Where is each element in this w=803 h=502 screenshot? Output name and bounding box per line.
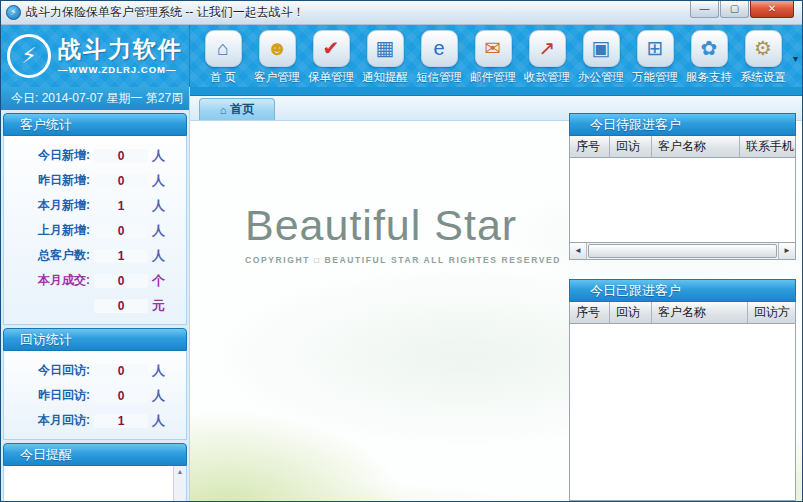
- flower-ball-icon: ✿: [691, 30, 728, 67]
- sidebar: 今日: 2014-07-07 星期一 第27周 客户统计 今日新增:0人昨日新增…: [1, 87, 190, 501]
- tab-home[interactable]: ⌂ 首页: [199, 98, 275, 120]
- toolbar-item-label: 首 页: [196, 70, 250, 85]
- brand-logo: ⚡ 战斗力软件 —WWW.ZDLRJ.COM—: [1, 25, 190, 87]
- pending-hscrollbar: ◄ ►: [569, 243, 796, 260]
- scroll-thumb[interactable]: [588, 244, 777, 258]
- reminder-scrollbar[interactable]: ▲: [173, 466, 186, 501]
- minimize-button[interactable]: —: [690, 1, 719, 18]
- close-button[interactable]: ✕: [750, 1, 794, 18]
- toolbar-overflow-caret-icon[interactable]: ▾: [793, 53, 798, 64]
- stat-value: 1: [94, 414, 148, 428]
- toolbar-item-label: 服务支持: [682, 70, 736, 85]
- header-divider: [190, 87, 802, 96]
- monitor-icon: ▣: [583, 30, 620, 67]
- stat-row: 本月回访:1人: [4, 408, 186, 433]
- toolbar-item-home[interactable]: ⌂首 页: [196, 30, 250, 85]
- stat-unit: 人: [152, 147, 186, 165]
- stat-row: 昨日回访:0人: [4, 383, 186, 408]
- brand-website: —WWW.ZDLRJ.COM—: [58, 64, 183, 75]
- stat-unit: 人: [152, 362, 186, 380]
- stat-value: 0: [94, 224, 148, 238]
- stat-label: 昨日回访:: [4, 387, 90, 404]
- stat-value: 1: [94, 249, 148, 263]
- titlebar: ⚡ 战斗力保险保单客户管理系统 -- 让我们一起去战斗！ — ▢ ✕: [1, 1, 802, 25]
- toolbar-item-policies[interactable]: ✔保单管理: [304, 30, 358, 85]
- stat-value: 0: [94, 174, 148, 188]
- toolbar-item-notifications[interactable]: ▦通知提醒: [358, 30, 412, 85]
- column-header[interactable]: 客户名称: [652, 136, 740, 157]
- right-panels: 今日待跟进客户 序号回访客户名称联系手机 ◄ ► 今日已跟进客户 序号回访客户名…: [569, 113, 796, 501]
- stat-label: 本月成交:: [4, 272, 90, 289]
- stat-label: 总客户数:: [4, 247, 90, 264]
- toolbar-item-label: 保单管理: [304, 70, 358, 85]
- tab-home-label: 首页: [230, 101, 254, 118]
- stat-value: 0: [94, 149, 148, 163]
- column-header[interactable]: 回访方式: [748, 302, 795, 323]
- customers-icon: ☻: [259, 30, 296, 67]
- followed-customers-panel: 今日已跟进客户 序号回访客户名称回访方式: [569, 279, 796, 501]
- customer-stats-body: 今日新增:0人昨日新增:0人本月新增:1人上月新增:0人总客户数:1人本月成交:…: [3, 136, 187, 325]
- stat-row: 今日新增:0人: [4, 143, 186, 168]
- brand-name: 战斗力软件: [58, 37, 183, 61]
- column-header[interactable]: 序号: [570, 136, 610, 157]
- toolbar-item-universal[interactable]: ⊞万能管理: [628, 30, 682, 85]
- panel-gap: [569, 260, 796, 279]
- toolbar-item-support[interactable]: ✿服务支持: [682, 30, 736, 85]
- toolbar-item-label: 邮件管理: [466, 70, 520, 85]
- toolbar-item-sms[interactable]: e短信管理: [412, 30, 466, 85]
- followed-table-header: 序号回访客户名称回访方式: [569, 302, 796, 324]
- toolbar-item-label: 短信管理: [412, 70, 466, 85]
- toolbar-item-label: 办公管理: [574, 70, 628, 85]
- splash-copyright: COPYRIGHT □ BEAUTIFUL STAR ALL RIGHTES R…: [245, 255, 561, 265]
- toolbar-item-label: 系统设置: [736, 70, 790, 85]
- pending-customers-title: 今日待跟进客户: [569, 113, 796, 136]
- reminder-body: ▲: [3, 466, 187, 501]
- main-area: ⌂ 首页 Beautiful Star COPYRIGHT □ BEAUTIFU…: [190, 87, 802, 501]
- toolbar-item-customers[interactable]: ☻客户管理: [250, 30, 304, 85]
- column-header[interactable]: 回访: [610, 302, 652, 323]
- stat-unit: 人: [152, 387, 186, 405]
- column-header[interactable]: 联系手机: [740, 136, 795, 157]
- followed-customers-title: 今日已跟进客户: [569, 279, 796, 302]
- pending-customers-panel: 今日待跟进客户 序号回访客户名称联系手机 ◄ ►: [569, 113, 796, 260]
- toolbar-item-office[interactable]: ▣办公管理: [574, 30, 628, 85]
- toolbar-item-label: 万能管理: [628, 70, 682, 85]
- stat-row: 昨日新增:0人: [4, 168, 186, 193]
- home-icon: ⌂: [205, 30, 242, 67]
- stat-label: 本月新增:: [4, 197, 90, 214]
- followed-table-body: [569, 324, 796, 501]
- app-logo-icon: ⚡: [6, 5, 21, 20]
- stat-label: 昨日新增:: [4, 172, 90, 189]
- reminder-title: 今日提醒: [3, 443, 187, 466]
- stat-row: 0元: [4, 293, 186, 318]
- stat-unit: 元: [152, 297, 186, 315]
- policy-check-icon: ✔: [313, 30, 350, 67]
- splash-artwork: Beautiful Star COPYRIGHT □ BEAUTIFUL STA…: [245, 201, 561, 265]
- scroll-right-arrow-icon[interactable]: ►: [778, 243, 795, 259]
- column-header[interactable]: 客户名称: [652, 302, 748, 323]
- visit-stats-title: 回访统计: [3, 328, 187, 351]
- browser-globe-icon: e: [421, 30, 458, 67]
- column-header[interactable]: 回访: [610, 136, 652, 157]
- toolbar-item-email[interactable]: ✉邮件管理: [466, 30, 520, 85]
- maximize-button[interactable]: ▢: [720, 1, 749, 18]
- computer-icon: ⊞: [637, 30, 674, 67]
- toolbar-item-settings[interactable]: ⚙系统设置: [736, 30, 790, 85]
- splash-title: Beautiful Star: [245, 201, 561, 250]
- scroll-left-arrow-icon[interactable]: ◄: [570, 243, 587, 259]
- toolbar-item-label: 通知提醒: [358, 70, 412, 85]
- tab-home-icon: ⌂: [220, 104, 227, 116]
- header: ⚡ 战斗力软件 —WWW.ZDLRJ.COM— ⌂首 页☻客户管理✔保单管理▦通…: [1, 25, 802, 87]
- stat-row: 总客户数:1人: [4, 243, 186, 268]
- app-window: ⚡ 战斗力保险保单客户管理系统 -- 让我们一起去战斗！ — ▢ ✕ ⚡ 战斗力…: [0, 0, 803, 502]
- customer-stats-title: 客户统计: [3, 113, 187, 136]
- fist-logo-icon: ⚡: [7, 34, 51, 78]
- visit-stats-panel: 回访统计 今日回访:0人昨日回访:0人本月回访:1人: [3, 328, 187, 440]
- toolbar-item-payments[interactable]: ↗收款管理: [520, 30, 574, 85]
- body: 今日: 2014-07-07 星期一 第27周 客户统计 今日新增:0人昨日新增…: [1, 87, 802, 501]
- visit-stats-body: 今日回访:0人昨日回访:0人本月回访:1人: [3, 351, 187, 440]
- stat-unit: 人: [152, 172, 186, 190]
- column-header[interactable]: 序号: [570, 302, 610, 323]
- stat-unit: 人: [152, 412, 186, 430]
- main-toolbar: ⌂首 页☻客户管理✔保单管理▦通知提醒e短信管理✉邮件管理↗收款管理▣办公管理⊞…: [190, 25, 802, 87]
